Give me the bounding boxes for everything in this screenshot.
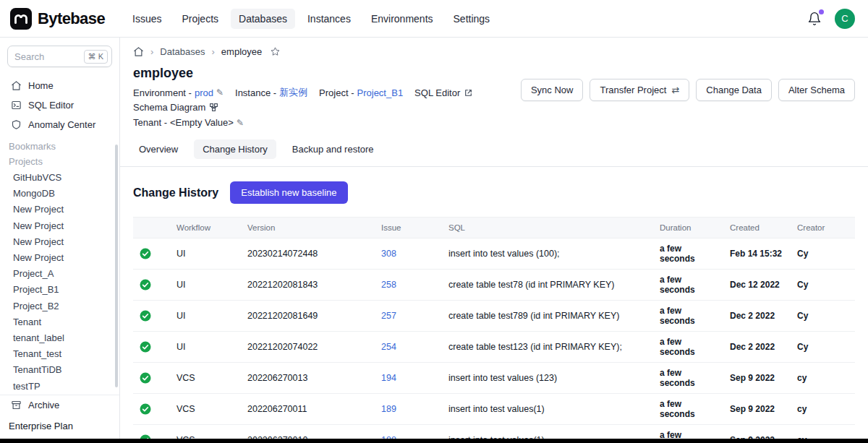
success-check-icon bbox=[139, 371, 165, 384]
breadcrumb-databases[interactable]: Databases bbox=[160, 46, 205, 57]
section-title: Change History bbox=[133, 186, 218, 199]
cell-version: 20221202074022 bbox=[242, 332, 375, 363]
establish-baseline-button[interactable]: Establish new baseline bbox=[230, 181, 347, 204]
column-header-duration: Duration bbox=[654, 218, 724, 238]
nav-item-instances[interactable]: Instances bbox=[299, 9, 359, 29]
nav-item-projects[interactable]: Projects bbox=[174, 9, 226, 29]
sidebar-project-item[interactable]: New Project bbox=[0, 202, 119, 218]
page-header-left: employee Environment - prod ✎ Instance -… bbox=[133, 66, 521, 132]
sidebar-item-home[interactable]: Home bbox=[0, 76, 119, 95]
breadcrumb-home-icon[interactable] bbox=[133, 46, 144, 57]
sidebar-item-sql-editor[interactable]: SQL Editor bbox=[0, 95, 119, 115]
issue-link[interactable]: 308 bbox=[381, 249, 396, 259]
sidebar-project-item[interactable]: Tenant bbox=[0, 314, 119, 330]
sql-editor-link[interactable]: SQL Editor bbox=[414, 87, 473, 98]
sidebar: ⌘ K Home SQL Editor Anomaly Center bbox=[0, 38, 120, 439]
transfer-arrows-icon: ⇄ bbox=[671, 85, 679, 95]
sidebar-scrollbar[interactable] bbox=[115, 145, 118, 387]
cell-created: Sep 9 2022 bbox=[724, 363, 791, 394]
alter-schema-button[interactable]: Alter Schema bbox=[778, 79, 855, 101]
sidebar-project-item[interactable]: Tenant_test bbox=[0, 346, 119, 362]
issue-link[interactable]: 194 bbox=[381, 373, 396, 383]
cell-workflow: VCS bbox=[171, 394, 242, 425]
cell-version: 20221202081843 bbox=[242, 270, 375, 301]
page-title: employee bbox=[133, 66, 521, 81]
enterprise-plan-label[interactable]: Enterprise Plan bbox=[0, 415, 119, 439]
nav-item-settings[interactable]: Settings bbox=[446, 9, 498, 29]
sidebar-project-item[interactable]: Project_B2 bbox=[0, 298, 119, 314]
cell-creator: cy bbox=[791, 394, 855, 425]
project-link[interactable]: Project_B1 bbox=[357, 87, 404, 98]
issue-link[interactable]: 189 bbox=[381, 404, 396, 414]
nav-item-environments[interactable]: Environments bbox=[363, 9, 441, 29]
tenant-label: Tenant - bbox=[133, 117, 167, 128]
environment-link[interactable]: prod bbox=[195, 87, 213, 98]
success-check-icon bbox=[139, 340, 165, 353]
table-row[interactable]: VCS 202206270011 189 insert into test va… bbox=[133, 394, 855, 425]
topbar-right: C bbox=[807, 9, 855, 29]
user-avatar[interactable]: C bbox=[835, 9, 855, 29]
search-input[interactable] bbox=[14, 51, 77, 62]
schema-diagram-link-label: Schema Diagram bbox=[133, 102, 205, 113]
search-box[interactable]: ⌘ K bbox=[7, 46, 112, 67]
change-history-table: Workflow Version Issue SQL Duration Crea… bbox=[133, 217, 855, 439]
sidebar-item-anomaly-center[interactable]: Anomaly Center bbox=[0, 115, 119, 134]
sidebar-project-item[interactable]: New Project bbox=[0, 250, 119, 266]
table-row[interactable]: UI 20221202081649 257 create table test7… bbox=[133, 301, 855, 332]
sidebar-project-item[interactable]: GitHubVCS bbox=[0, 170, 119, 186]
section-header: Change History Establish new baseline bbox=[133, 181, 855, 204]
favorite-star-icon[interactable] bbox=[270, 46, 281, 57]
nav-item-databases[interactable]: Databases bbox=[231, 9, 295, 29]
meta-instance: Instance - 新实例 bbox=[235, 86, 307, 99]
table-row[interactable]: VCS 202206270010 188 insert into test va… bbox=[133, 425, 855, 439]
sync-now-button[interactable]: Sync Now bbox=[521, 79, 584, 101]
table-header-row: Workflow Version Issue SQL Duration Crea… bbox=[133, 218, 855, 238]
cell-sql: create table test789 (id int PRIMARY KEY… bbox=[443, 301, 654, 332]
table-row[interactable]: UI 20221202074022 254 create table test1… bbox=[133, 332, 855, 363]
sidebar-project-item[interactable]: testTP bbox=[0, 379, 119, 392]
cell-creator: Cy bbox=[791, 270, 855, 301]
notifications-bell-icon[interactable] bbox=[807, 12, 822, 26]
sidebar-item-archive[interactable]: Archive bbox=[0, 395, 119, 415]
schema-diagram-link[interactable]: Schema Diagram bbox=[133, 102, 218, 113]
change-data-button[interactable]: Change Data bbox=[696, 79, 772, 101]
schema-diagram-icon bbox=[209, 103, 218, 112]
column-header-sql: SQL bbox=[443, 218, 654, 238]
issue-link[interactable]: 258 bbox=[381, 280, 396, 290]
cell-sql: create table test123 (id int PRIMARY KEY… bbox=[443, 332, 654, 363]
cell-duration: a few seconds bbox=[654, 363, 724, 394]
sidebar-project-item[interactable]: TenantTiDB bbox=[0, 362, 119, 378]
cell-duration: a few seconds bbox=[654, 394, 724, 425]
table-row[interactable]: UI 20230214072448 308 insert into test v… bbox=[133, 238, 855, 270]
breadcrumb-employee[interactable]: employee bbox=[221, 46, 262, 57]
tab-overview[interactable]: Overview bbox=[130, 139, 187, 159]
transfer-project-button[interactable]: Transfer Project ⇄ bbox=[590, 79, 689, 101]
issue-link[interactable]: 254 bbox=[381, 342, 396, 352]
sidebar-project-item[interactable]: MongoDB bbox=[0, 186, 119, 202]
bytebase-logo-icon bbox=[10, 8, 32, 30]
sql-editor-link-label: SQL Editor bbox=[414, 87, 460, 98]
nav-item-issues[interactable]: Issues bbox=[124, 9, 169, 29]
pencil-icon[interactable]: ✎ bbox=[237, 118, 244, 128]
page-actions: Sync Now Transfer Project ⇄ Change Data … bbox=[521, 66, 855, 132]
sidebar-project-item[interactable]: Project_A bbox=[0, 266, 119, 282]
sidebar-item-label: Anomaly Center bbox=[28, 119, 95, 130]
sidebar-project-item[interactable]: Project_B1 bbox=[0, 282, 119, 298]
brand-logo[interactable]: Bytebase bbox=[10, 8, 124, 30]
cell-version: 20221202081649 bbox=[242, 301, 375, 332]
sidebar-project-item[interactable]: New Project bbox=[0, 218, 119, 234]
cell-workflow: VCS bbox=[171, 425, 242, 439]
cell-creator: cy bbox=[791, 425, 855, 439]
instance-link[interactable]: 新实例 bbox=[279, 86, 307, 99]
table-row[interactable]: VCS 202206270013 194 insert into test va… bbox=[133, 363, 855, 394]
cell-workflow: UI bbox=[171, 301, 242, 332]
tab-change-history[interactable]: Change History bbox=[194, 139, 276, 159]
tab-backup-restore[interactable]: Backup and restore bbox=[284, 139, 383, 159]
pencil-icon[interactable]: ✎ bbox=[216, 87, 224, 98]
brand-name: Bytebase bbox=[38, 9, 105, 28]
sidebar-project-item[interactable]: New Project bbox=[0, 234, 119, 250]
success-check-icon bbox=[139, 434, 165, 439]
sidebar-project-item[interactable]: tenant_label bbox=[0, 330, 119, 346]
issue-link[interactable]: 257 bbox=[381, 311, 396, 321]
table-row[interactable]: UI 20221202081843 258 create table test7… bbox=[133, 270, 855, 301]
